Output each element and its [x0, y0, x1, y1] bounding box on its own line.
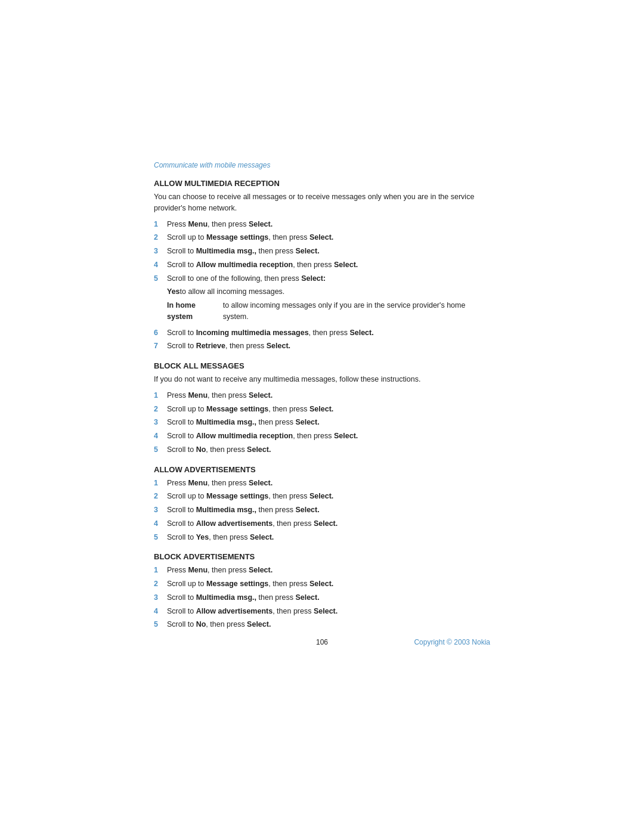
intro-allow-multimedia-reception: You can choose to receive all messages o…: [154, 191, 491, 214]
section-block-advertisements: BLOCK ADVERTISEMENTS 1 Press Menu, then …: [154, 552, 491, 630]
step-content: Scroll to Multimedia msg., then press Se…: [167, 246, 491, 257]
step-content: Scroll to No, then press Select.: [167, 444, 491, 456]
step-number: 5: [154, 444, 167, 456]
list-item: 2 Scroll up to Message settings, then pr…: [154, 578, 491, 590]
step-content: Scroll to Allow advertisements, then pre…: [167, 518, 491, 529]
list-item: 4 Scroll to Allow advertisements, then p…: [154, 518, 491, 529]
heading-allow-advertisements: ALLOW ADVERTISEMENTS: [154, 465, 491, 474]
sub-list-item: Yes to allow all incoming messages.: [167, 286, 491, 298]
list-item: 3 Scroll to Multimedia msg., then press …: [154, 592, 491, 603]
list-item: 5 Scroll to one of the following, then p…: [154, 273, 491, 325]
list-item: 7 Scroll to Retrieve, then press Select.: [154, 340, 491, 352]
section-label: Communicate with mobile messages: [154, 161, 491, 169]
steps-block-advertisements: 1 Press Menu, then press Select. 2 Scrol…: [154, 565, 491, 630]
list-item: 3 Scroll to Multimedia msg., then press …: [154, 246, 491, 257]
sub-list-item: In home system to allow incoming message…: [167, 300, 491, 323]
step-number: 2: [154, 232, 167, 243]
step-number: 1: [154, 219, 167, 230]
step-number: 3: [154, 504, 167, 516]
steps-allow-advertisements: 1 Press Menu, then press Select. 2 Scrol…: [154, 478, 491, 543]
list-item: 4 Scroll to Allow advertisements, then p…: [154, 606, 491, 617]
step-number: 3: [154, 417, 167, 428]
list-item: 1 Press Menu, then press Select.: [154, 390, 491, 401]
step-content: Scroll up to Message settings, then pres…: [167, 404, 491, 415]
copyright-text: Copyright © 2003 Nokia: [414, 638, 490, 646]
list-item: 6 Scroll to Incoming multimedia messages…: [154, 327, 491, 339]
step-number: 1: [154, 565, 167, 576]
step-number: 2: [154, 404, 167, 415]
step-number: 4: [154, 259, 167, 271]
step-content: Scroll up to Message settings, then pres…: [167, 491, 491, 502]
list-item: 3 Scroll to Multimedia msg., then press …: [154, 504, 491, 516]
heading-block-advertisements: BLOCK ADVERTISEMENTS: [154, 552, 491, 561]
list-item: 2 Scroll up to Message settings, then pr…: [154, 404, 491, 415]
list-item: 2 Scroll up to Message settings, then pr…: [154, 491, 491, 502]
steps-block-all-messages: 1 Press Menu, then press Select. 2 Scrol…: [154, 390, 491, 456]
step-content: Scroll to Incoming multimedia messages, …: [167, 327, 491, 339]
step-number: 2: [154, 491, 167, 502]
list-item: 4 Scroll to Allow multimedia reception, …: [154, 431, 491, 442]
step-number: 4: [154, 606, 167, 617]
step-number: 3: [154, 246, 167, 257]
step-content: Scroll to Multimedia msg., then press Se…: [167, 592, 491, 603]
list-item: 1 Press Menu, then press Select.: [154, 219, 491, 230]
step-content: Scroll up to Message settings, then pres…: [167, 232, 491, 243]
heading-block-all-messages: BLOCK ALL MESSAGES: [154, 361, 491, 370]
section-allow-advertisements: ALLOW ADVERTISEMENTS 1 Press Menu, then …: [154, 465, 491, 543]
step-content: Press Menu, then press Select.: [167, 219, 491, 230]
step-content: Scroll to Multimedia msg., then press Se…: [167, 504, 491, 516]
list-item: 1 Press Menu, then press Select.: [154, 478, 491, 489]
section-allow-multimedia-reception: ALLOW MULTIMEDIA RECEPTION You can choos…: [154, 179, 491, 352]
step-content: Scroll to Allow multimedia reception, th…: [167, 431, 491, 442]
step-content: Press Menu, then press Select.: [167, 390, 491, 401]
list-item: 2 Scroll up to Message settings, then pr…: [154, 232, 491, 243]
page-number: 106: [316, 638, 328, 646]
step-content: Scroll to Retrieve, then press Select.: [167, 340, 491, 352]
step-number: 4: [154, 518, 167, 529]
section-block-all-messages: BLOCK ALL MESSAGES If you do not want to…: [154, 361, 491, 456]
list-item: 1 Press Menu, then press Select.: [154, 565, 491, 576]
step-number: 5: [154, 619, 167, 630]
intro-block-all-messages: If you do not want to receive any multim…: [154, 374, 491, 385]
step-number: 2: [154, 578, 167, 590]
sub-list: Yes to allow all incoming messages. In h…: [167, 286, 491, 322]
list-item: 3 Scroll to Multimedia msg., then press …: [154, 417, 491, 428]
step-number: 6: [154, 327, 167, 339]
step-content: Scroll to No, then press Select.: [167, 619, 491, 630]
step-content: Scroll to Multimedia msg., then press Se…: [167, 417, 491, 428]
step-content: Press Menu, then press Select.: [167, 565, 491, 576]
list-item: 5 Scroll to Yes, then press Select.: [154, 532, 491, 543]
step-content: Scroll to Allow multimedia reception, th…: [167, 259, 491, 271]
step-content: Scroll to one of the following, then pre…: [167, 273, 491, 325]
step-number: 5: [154, 532, 167, 543]
step-content: Scroll up to Message settings, then pres…: [167, 578, 491, 590]
step-number: 1: [154, 478, 167, 489]
step-number: 1: [154, 390, 167, 401]
step-number: 5: [154, 273, 167, 284]
list-item: 4 Scroll to Allow multimedia reception, …: [154, 259, 491, 271]
list-item: 5 Scroll to No, then press Select.: [154, 619, 491, 630]
content-area: Communicate with mobile messages ALLOW M…: [154, 161, 491, 633]
step-number: 4: [154, 431, 167, 442]
step-content: Scroll to Yes, then press Select.: [167, 532, 491, 543]
steps-allow-multimedia-reception: 1 Press Menu, then press Select. 2 Scrol…: [154, 219, 491, 352]
page: Communicate with mobile messages ALLOW M…: [0, 0, 644, 833]
heading-allow-multimedia-reception: ALLOW MULTIMEDIA RECEPTION: [154, 179, 491, 188]
step-number: 3: [154, 592, 167, 603]
list-item: 5 Scroll to No, then press Select.: [154, 444, 491, 456]
step-content: Scroll to Allow advertisements, then pre…: [167, 606, 491, 617]
step-content: Press Menu, then press Select.: [167, 478, 491, 489]
step-number: 7: [154, 340, 167, 352]
